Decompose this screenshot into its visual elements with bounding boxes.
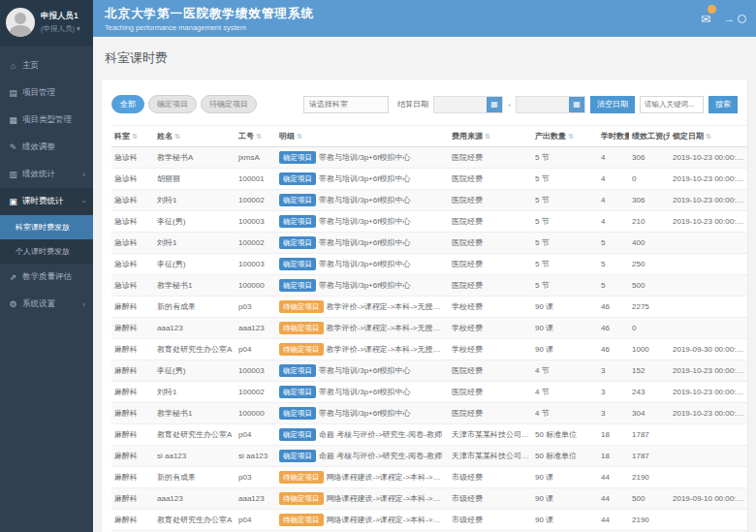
- sidebar-item-home[interactable]: ⌂主页: [0, 52, 93, 79]
- status-badge[interactable]: 待确定项目: [279, 492, 324, 505]
- column-header-0[interactable]: 科室⇅: [111, 126, 154, 147]
- cell-dept: 急诊科: [111, 254, 154, 275]
- table-row[interactable]: 麻醉科si aa123si aa123确定项目命题 考核与评价->研究生-阅卷-…: [111, 446, 747, 467]
- column-header-8[interactable]: 锁定日期⇅: [670, 126, 747, 147]
- sidebar-subitem-personal-class-fee[interactable]: 个人课时费发放: [0, 239, 93, 264]
- keyword-input[interactable]: [640, 96, 704, 113]
- column-header-3[interactable]: 明细⇅: [276, 126, 449, 147]
- sidebar-item-teaching-quality-evaluation[interactable]: ⇗教学质量评估: [0, 264, 93, 291]
- sidebar-item-project-management[interactable]: ▤项目管理: [0, 79, 93, 107]
- status-badge[interactable]: 确定项目: [279, 428, 316, 441]
- calendar-icon[interactable]: ▦: [487, 97, 502, 112]
- cell-id: 100001: [236, 169, 276, 190]
- messages-button[interactable]: ✉: [701, 10, 710, 27]
- cell-dept: 麻醉科: [111, 446, 154, 467]
- column-header-4[interactable]: 费用来源⇅: [449, 126, 532, 147]
- cell-detail: 确定项目命题 考核与评价->研究生-阅卷-教师: [276, 424, 449, 446]
- table-row[interactable]: 急诊科教学秘书AjxmsA确定项目带教与培训/3p+6f模拟中心医院经费5 节4…: [111, 147, 747, 169]
- cell-source: 医院经费: [449, 275, 532, 297]
- cell-lock-date: [670, 233, 747, 254]
- status-badge[interactable]: 确定项目: [279, 258, 316, 270]
- status-badge[interactable]: 确定项目: [279, 194, 316, 206]
- sidebar-subitem-dept-class-fee[interactable]: 科室课时费发放: [0, 215, 93, 239]
- status-badge[interactable]: 待确定项目: [279, 514, 324, 526]
- cell-lock-date: [670, 424, 747, 446]
- trend-icon: ⇗: [8, 272, 18, 282]
- status-badge[interactable]: 确定项目: [279, 450, 316, 462]
- cell-hours: 4: [598, 169, 629, 190]
- cell-salary: 500: [629, 488, 670, 510]
- column-header-1[interactable]: 姓名⇅: [154, 126, 236, 147]
- search-button[interactable]: 搜索: [709, 96, 738, 113]
- cell-source: 市级经费: [449, 488, 532, 510]
- table-row[interactable]: 急诊科李征(男)100003确定项目带教与培训/3p+6f模拟中心医院经费5 节…: [111, 211, 747, 233]
- main-area: 北京大学第一医院教学绩效管理系统 Teaching performance ma…: [93, 0, 756, 532]
- detail-text: 教学评价->课程定->本科->无授课人: [327, 302, 449, 311]
- status-badge[interactable]: 待确定项目: [279, 322, 324, 334]
- detail-text: 带教与培训/3p+6f模拟中心: [319, 366, 410, 375]
- table-row[interactable]: 麻醉科新的有成果p03待确定项目教学评价->课程定->本科->无授课人学校经费9…: [111, 297, 747, 318]
- column-header-5[interactable]: 产出数量⇅: [532, 126, 598, 147]
- status-badge[interactable]: 确定项目: [279, 386, 316, 398]
- filter-pill-2[interactable]: 待确定项目: [201, 95, 257, 113]
- user-panel[interactable]: 申报人员1 (申报人员) ▾: [0, 0, 93, 47]
- table-row[interactable]: 麻醉科教育处研究生办公室Ap04待确定项目教学评价->课程定->本科->无授课人…: [111, 339, 747, 360]
- clear-date-button[interactable]: 清空日期: [590, 96, 635, 113]
- table-row[interactable]: 麻醉科新的有成果p03待确定项目网络课程建设->课程定->本科->学员市级经费9…: [111, 467, 747, 488]
- cell-id: 100002: [236, 233, 276, 254]
- table-row[interactable]: 急诊科教学秘书1100000确定项目带教与培训/3p+6f模拟中心医院经费5 节…: [111, 275, 747, 297]
- table-row[interactable]: 麻醉科aaa123aaa123待确定项目网络课程建设->课程定->本科->学员市…: [111, 488, 747, 510]
- cell-hours: 18: [598, 424, 629, 446]
- table-row[interactable]: 麻醉科刘特1100002确定项目带教与培训/3p+6f模拟中心医院经费4 节32…: [111, 382, 747, 403]
- table-row[interactable]: 急诊科胡丽丽100001确定项目带教与培训/3p+6f模拟中心医院经费5 节40…: [111, 169, 747, 190]
- table-row[interactable]: 急诊科李征(男)100003确定项目带教与培训/3p+6f模拟中心医院经费5 节…: [111, 254, 747, 275]
- sidebar-item-performance-statistics[interactable]: ▥绩效统计›: [0, 161, 93, 188]
- sidebar-item-performance-adjustment[interactable]: ✎绩效调整: [0, 134, 93, 161]
- cell-hours: 4: [598, 190, 629, 211]
- status-badge[interactable]: 待确定项目: [279, 300, 324, 313]
- cell-lock-date: [670, 510, 747, 531]
- cell-source: 医院经费: [449, 190, 532, 211]
- calendar-icon[interactable]: ▦: [569, 97, 584, 112]
- status-badge[interactable]: 确定项目: [279, 236, 316, 249]
- status-badge[interactable]: 确定项目: [279, 407, 316, 420]
- cell-source: 医院经费: [449, 360, 532, 382]
- table-row[interactable]: 麻醉科教学秘书1100000确定项目带教与培训/3p+6f模拟中心医院经费4 节…: [111, 403, 747, 424]
- filter-pill-0[interactable]: 全部: [111, 95, 144, 113]
- detail-text: 命题 考核与评价->研究生-阅卷-教师: [319, 452, 442, 460]
- department-select-input[interactable]: [303, 96, 389, 113]
- status-badge[interactable]: 待确定项目: [279, 343, 324, 356]
- filter-pill-1[interactable]: 确定项目: [148, 95, 197, 113]
- sidebar-item-class-fee-statistics[interactable]: ▣课时费统计›: [0, 188, 93, 215]
- sidebar-item-system-settings[interactable]: ⚙系统设置›: [0, 291, 93, 318]
- status-badge[interactable]: 待确定项目: [279, 471, 324, 484]
- column-header-6[interactable]: 学时数量⇅: [598, 126, 629, 147]
- cell-salary: 2190: [629, 510, 670, 531]
- column-header-7[interactable]: 绩效工资(元)⇅: [629, 126, 670, 147]
- cell-detail: 待确定项目网络课程建设->课程定->本科->学员: [276, 467, 449, 488]
- table-row[interactable]: 麻醉科教育处研究生办公室Ap04确定项目命题 考核与评价->研究生-阅卷-教师天…: [111, 424, 747, 446]
- status-badge[interactable]: 确定项目: [279, 364, 316, 377]
- cell-salary: 1000: [629, 339, 670, 360]
- status-badge[interactable]: 确定项目: [279, 279, 316, 292]
- date-to-input[interactable]: ▦: [516, 96, 585, 113]
- cell-name: 胡丽丽: [154, 169, 236, 190]
- table-row[interactable]: 麻醉科李征(男)100003确定项目带教与培训/3p+6f模拟中心医院经费4 节…: [111, 360, 747, 382]
- status-badge[interactable]: 确定项目: [279, 215, 316, 228]
- chart-icon: ▥: [8, 170, 18, 179]
- table-row[interactable]: 麻醉科aaa123aaa123待确定项目教学评价->课程定->本科->无授课人学…: [111, 318, 747, 339]
- status-badge[interactable]: 确定项目: [279, 172, 316, 185]
- table-row[interactable]: 麻醉科教育处研究生办公室Ap04待确定项目网络课程建设->课程定->本科->学员…: [111, 510, 747, 531]
- table-row[interactable]: 急诊科刘特1100002确定项目带教与培训/3p+6f模拟中心医院经费5 节54…: [111, 233, 747, 254]
- cell-salary: 210: [629, 211, 670, 233]
- detail-text: 带教与培训/3p+6f模拟中心: [319, 238, 410, 247]
- sidebar-item-project-type-management[interactable]: ▦项目类型管理: [0, 107, 93, 134]
- user-role[interactable]: (申报人员) ▾: [41, 24, 80, 34]
- cell-source: 市级经费: [449, 510, 532, 531]
- cell-hours: 44: [598, 510, 629, 531]
- logout-button[interactable]: →: [724, 13, 746, 24]
- date-from-input[interactable]: ▦: [433, 96, 503, 113]
- status-badge[interactable]: 确定项目: [279, 151, 316, 164]
- table-row[interactable]: 急诊科刘特1100002确定项目带教与培训/3p+6f模拟中心医院经费5 节43…: [111, 190, 747, 211]
- column-header-2[interactable]: 工号⇅: [236, 126, 276, 147]
